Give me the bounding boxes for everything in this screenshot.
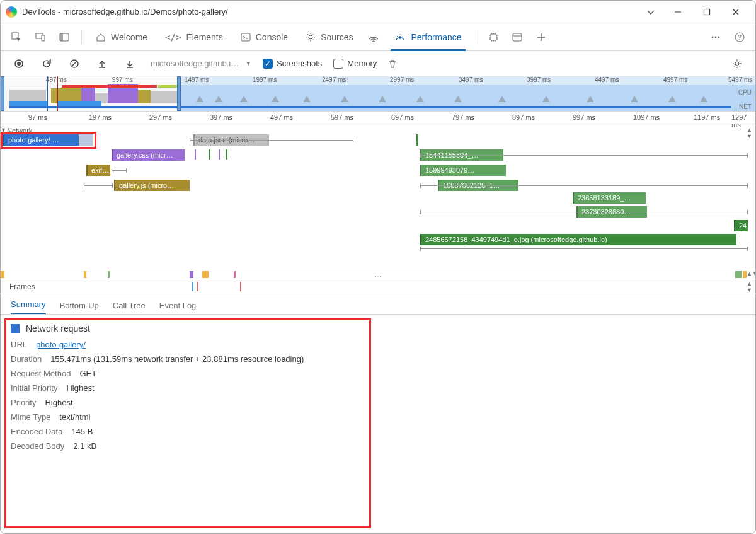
network-bar-image[interactable]: 24856572158_43497494d1_o.jpg (microsofte… (420, 234, 736, 245)
frames-track[interactable]: Frames ▲▼ (1, 279, 755, 294)
scroll-arrows[interactable]: ▲▼ (747, 281, 754, 293)
value: 2.1 kB (73, 441, 96, 451)
tick: 3497 ms (459, 76, 483, 83)
application-panel-icon[interactable] (507, 26, 528, 48)
net-label: NET (739, 103, 752, 110)
network-bar-exif[interactable]: exif… (86, 165, 110, 176)
tab-bottom-up[interactable]: Bottom-Up (60, 297, 99, 314)
recording-dropdown-icon[interactable]: ▼ (245, 60, 251, 67)
tab-console[interactable]: Console (232, 23, 297, 51)
tick: 2497 ms (322, 76, 346, 83)
tab-label: Sources (321, 32, 353, 42)
edge-logo-icon (6, 6, 17, 18)
label: Request Method (11, 369, 71, 378)
label: Duration (11, 354, 42, 364)
clear-button[interactable] (64, 53, 85, 74)
capture-settings-icon[interactable] (726, 53, 748, 74)
network-bar-document[interactable]: photo-gallery/ … (3, 134, 79, 146)
label: Encoded Data (11, 427, 62, 436)
record-button[interactable] (8, 53, 30, 74)
tab-label: Welcome (111, 32, 147, 42)
label: Initial Priority (11, 383, 57, 393)
dock-side-icon[interactable] (54, 26, 75, 48)
tick: 4997 ms (663, 76, 687, 83)
svg-point-14 (718, 36, 720, 38)
tick: 5497 ms (728, 76, 752, 83)
summary-panel: Network request URLphoto-gallery/ Durati… (1, 315, 755, 533)
device-emulation-icon[interactable] (30, 26, 51, 48)
titlebar: DevTools - microsoftedge.github.io/Demos… (1, 1, 755, 23)
tick: 997 ms (112, 76, 133, 83)
network-bar-image[interactable]: 23658133189_… (573, 192, 646, 204)
network-conditions-icon[interactable] (363, 26, 384, 48)
details-tabbar: Summary Bottom-Up Call Tree Event Log (1, 294, 755, 315)
delete-profile-button[interactable] (382, 53, 403, 74)
tab-call-tree[interactable]: Call Tree (113, 297, 146, 314)
network-flamechart[interactable]: ▼ Network photo-gallery/ … gallery.css (… (1, 125, 755, 270)
tick: 397 ms (210, 113, 232, 121)
add-tab-icon[interactable] (530, 26, 552, 48)
inspect-element-icon[interactable] (6, 26, 27, 48)
annotation-highlight (4, 318, 371, 528)
checkbox-icon: ✓ (263, 59, 273, 69)
tab-label: Elements (186, 32, 222, 42)
network-bar-css[interactable]: gallery.css (micr… (112, 149, 185, 161)
label: URL (11, 340, 27, 349)
tab-label: Performance (411, 32, 461, 42)
cpu-label: CPU (738, 89, 752, 96)
collapse-toggle-icon[interactable]: ▼ (1, 127, 7, 133)
network-bar-image[interactable]: 24 (734, 220, 748, 231)
recording-url[interactable]: microsoftedge.github.i… (151, 59, 239, 68)
svg-rect-4 (42, 35, 45, 41)
tick: 1097 ms (633, 113, 660, 121)
tab-sources[interactable]: Sources (297, 23, 362, 51)
screenshots-checkbox[interactable]: ✓ Screenshots (263, 59, 322, 69)
checkbox-label: Memory (347, 59, 377, 68)
upload-profile-button[interactable] (91, 53, 113, 74)
tab-performance[interactable]: Performance (386, 23, 470, 51)
value: 145 B (71, 427, 93, 436)
network-bar-js[interactable]: gallery.js (micro… (114, 180, 190, 191)
tick: 4497 ms (595, 76, 619, 83)
main-tabbar: Welcome </> Elements Console Sources Per… (1, 23, 755, 51)
help-icon[interactable]: ? (729, 26, 750, 48)
value: text/html (59, 412, 90, 422)
summary-title: Network request (11, 323, 745, 334)
minimize-button[interactable] (663, 1, 692, 23)
value: Highest (45, 398, 72, 407)
tab-summary[interactable]: Summary (11, 296, 46, 314)
label: Priority (11, 398, 36, 407)
tick: 2997 ms (390, 76, 414, 83)
network-bar-image[interactable]: 15999493079… (420, 165, 506, 176)
value: 155.471ms (131.59ms network transfer + 2… (50, 354, 304, 364)
tick: 1197 ms (694, 113, 720, 121)
label: Mime Type (11, 412, 50, 422)
summary-url-link[interactable]: photo-gallery/ (36, 340, 86, 349)
window-title: DevTools - microsoftedge.github.io/Demos… (22, 7, 228, 16)
tab-label: Console (256, 32, 288, 42)
svg-line-20 (72, 61, 77, 66)
svg-rect-10 (513, 33, 522, 41)
tick: 997 ms (573, 113, 595, 121)
maximize-button[interactable] (692, 1, 721, 23)
scroll-arrows[interactable]: ▲▼ (747, 127, 754, 139)
overview-timeline[interactable]: 497 ms 997 ms 1497 ms 1997 ms 2497 ms 29… (1, 76, 755, 112)
download-profile-button[interactable] (119, 53, 140, 74)
close-button[interactable] (721, 1, 750, 23)
memory-checkbox[interactable]: Memory (333, 59, 377, 69)
tab-event-log[interactable]: Event Log (159, 297, 197, 314)
more-options-icon[interactable] (705, 26, 726, 48)
memory-panel-icon[interactable] (483, 26, 504, 48)
reload-record-button[interactable] (36, 53, 57, 74)
tick: 797 ms (452, 113, 474, 121)
timeline-ruler[interactable]: 97 ms 197 ms 297 ms 397 ms 497 ms 597 ms… (1, 112, 755, 125)
tab-welcome[interactable]: Welcome (87, 23, 156, 51)
chevron-down-icon[interactable] (638, 1, 663, 23)
tick: 597 ms (331, 113, 353, 121)
svg-text:?: ? (738, 34, 742, 41)
collapsed-tracks-row[interactable]: … ▲▼ (1, 270, 755, 279)
svg-point-18 (17, 62, 21, 66)
svg-rect-6 (60, 33, 63, 41)
scroll-arrows[interactable]: ▲▼ (747, 270, 754, 277)
tab-elements[interactable]: </> Elements (156, 23, 232, 51)
